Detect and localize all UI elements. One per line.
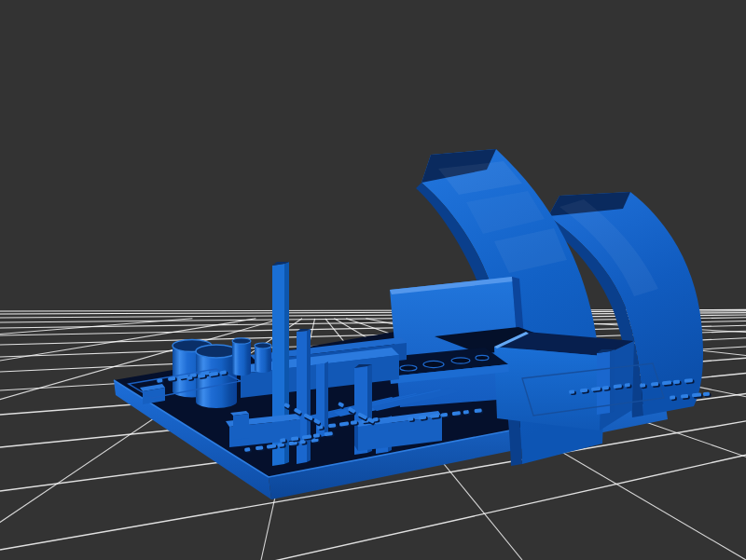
pcb-text-mark — [703, 392, 710, 397]
3d-viewport[interactable] — [0, 0, 746, 560]
pad — [423, 361, 444, 367]
pcb-text-mark — [640, 383, 645, 388]
small-box-b — [230, 411, 249, 440]
pad — [400, 365, 417, 371]
capacitor-body — [196, 351, 237, 408]
capacitor-top — [232, 338, 251, 344]
capacitor-body — [255, 346, 271, 373]
pad — [451, 358, 470, 363]
capacitor-top — [196, 345, 237, 358]
pcb-text-mark — [673, 380, 680, 385]
capacitor-top — [255, 343, 271, 348]
scene-canvas — [0, 0, 746, 560]
pad — [476, 355, 489, 360]
capacitor-body — [232, 341, 251, 376]
pcb-text-mark — [670, 395, 675, 400]
